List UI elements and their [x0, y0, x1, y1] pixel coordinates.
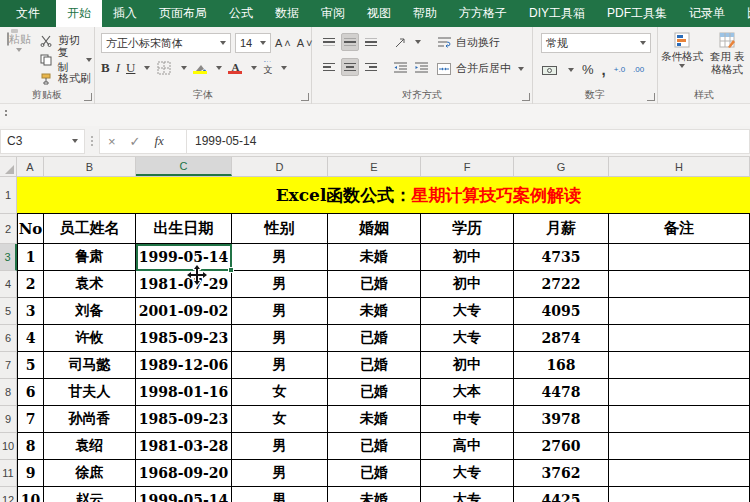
cell[interactable]: 大本 — [421, 379, 514, 406]
cell[interactable]: 男 — [232, 460, 328, 487]
cell[interactable]: 1985-09-23 — [136, 325, 232, 352]
row-header-10[interactable]: 10 — [0, 433, 17, 460]
cell[interactable] — [609, 271, 750, 298]
cell[interactable]: 1999-05-14 — [136, 244, 232, 271]
cell[interactable]: 初中 — [421, 271, 514, 298]
tab-数据[interactable]: 数据 — [264, 0, 310, 27]
cell[interactable]: 男 — [232, 325, 328, 352]
paste-button[interactable]: 粘贴 — [4, 32, 34, 52]
cell[interactable] — [609, 352, 750, 379]
grow-font-button[interactable]: A˄ — [275, 37, 293, 49]
cell[interactable]: 袁绍 — [44, 433, 136, 460]
cell[interactable]: 1989-12-06 — [136, 352, 232, 379]
column-header-F[interactable]: F — [421, 157, 514, 176]
cell[interactable]: 1968-09-20 — [136, 460, 232, 487]
cell[interactable]: 男 — [232, 352, 328, 379]
cell[interactable]: 大专 — [421, 460, 514, 487]
font-dialog-launcher[interactable] — [301, 93, 309, 101]
alignment-dialog-launcher[interactable] — [522, 93, 530, 101]
tab-页面布局[interactable]: 页面布局 — [148, 0, 218, 27]
cell[interactable]: 已婚 — [328, 379, 421, 406]
cell[interactable]: 男 — [232, 487, 328, 502]
table-header-cell[interactable]: 出生日期 — [136, 214, 232, 244]
column-header-D[interactable]: D — [232, 157, 328, 176]
cell[interactable]: 3 — [17, 298, 44, 325]
cell[interactable]: 大专 — [421, 325, 514, 352]
font-size-combo[interactable]: 14 — [235, 33, 271, 53]
conditional-formatting-button[interactable]: 条件格式 — [660, 32, 704, 68]
borders-button[interactable] — [156, 60, 172, 76]
cell[interactable]: 1998-01-16 — [136, 379, 232, 406]
row-header-12[interactable]: 12 — [0, 487, 17, 502]
select-all-corner[interactable] — [0, 157, 17, 176]
tab-DIY工具箱[interactable]: DIY工具箱 — [518, 0, 596, 27]
cell[interactable]: 男 — [232, 298, 328, 325]
italic-button[interactable]: I — [116, 60, 120, 76]
cell[interactable]: 鲁肃 — [44, 244, 136, 271]
row-header-4[interactable]: 4 — [0, 271, 17, 298]
number-dialog-launcher[interactable] — [647, 93, 655, 101]
table-header-cell[interactable]: No — [17, 214, 44, 244]
cell[interactable]: 已婚 — [328, 433, 421, 460]
align-top-button[interactable] — [320, 33, 338, 51]
row-header-7[interactable]: 7 — [0, 352, 17, 379]
fill-color-button[interactable] — [193, 63, 207, 74]
banner-title-cell[interactable]: Excel函数公式：星期计算技巧案例解读 — [17, 177, 750, 214]
cell[interactable]: 1985-09-23 — [136, 406, 232, 433]
cell[interactable] — [609, 325, 750, 352]
cell[interactable]: 未婚 — [328, 487, 421, 502]
cell[interactable]: 未婚 — [328, 244, 421, 271]
cell[interactable]: 许攸 — [44, 325, 136, 352]
table-header-cell[interactable]: 学历 — [421, 214, 514, 244]
cell[interactable]: 4095 — [514, 298, 609, 325]
cell[interactable]: 1 — [17, 244, 44, 271]
copy-button[interactable]: 复制 — [36, 50, 94, 69]
underline-button[interactable]: U — [126, 60, 135, 76]
cell[interactable]: 3978 — [514, 406, 609, 433]
cell[interactable]: 4478 — [514, 379, 609, 406]
cell[interactable]: 中专 — [421, 406, 514, 433]
align-middle-button[interactable] — [341, 33, 359, 51]
cell[interactable]: 168 — [514, 352, 609, 379]
column-header-E[interactable]: E — [328, 157, 421, 176]
cell[interactable]: 赵云 — [44, 487, 136, 502]
cell[interactable] — [609, 379, 750, 406]
cell[interactable]: 2 — [17, 271, 44, 298]
cell[interactable]: 刘备 — [44, 298, 136, 325]
row-header-5[interactable]: 5 — [0, 298, 17, 325]
percent-style-button[interactable]: % — [582, 62, 594, 77]
cell[interactable]: 4425 — [514, 487, 609, 502]
cell[interactable]: 未婚 — [328, 406, 421, 433]
cell[interactable]: 1981-03-28 — [136, 433, 232, 460]
cell[interactable]: 6 — [17, 379, 44, 406]
cell[interactable] — [609, 244, 750, 271]
confirm-entry-icon[interactable]: ✓ — [130, 134, 141, 149]
insert-function-icon[interactable]: fx — [155, 133, 164, 149]
align-bottom-button[interactable] — [362, 33, 380, 51]
cell[interactable]: 3762 — [514, 460, 609, 487]
table-header-cell[interactable]: 性别 — [232, 214, 328, 244]
row-header-1[interactable]: 1 — [0, 177, 17, 214]
phonetic-guide-button[interactable]: ˇˊˋ 文 — [263, 61, 272, 75]
cell[interactable]: 大专 — [421, 298, 514, 325]
tab-视图[interactable]: 视图 — [356, 0, 402, 27]
cancel-entry-icon[interactable]: × — [108, 134, 116, 149]
tab-帮助[interactable]: 帮助 — [402, 0, 448, 27]
orientation-button[interactable] — [391, 33, 409, 51]
tab-方方格子[interactable]: 方方格子 — [448, 0, 518, 27]
bold-button[interactable]: B — [101, 60, 110, 76]
format-as-table-button[interactable]: 套用 表格格式 — [705, 32, 749, 75]
cell[interactable]: 1999-05-14 — [136, 487, 232, 502]
tab-公式[interactable]: 公式 — [218, 0, 264, 27]
cell[interactable]: 9 — [17, 460, 44, 487]
font-name-combo[interactable]: 方正小标宋简体 — [101, 33, 231, 53]
align-left-button[interactable] — [320, 58, 338, 76]
cell[interactable]: 1981-07-29 — [136, 271, 232, 298]
cell[interactable]: 4 — [17, 325, 44, 352]
merge-center-button[interactable]: 合并后居中 — [434, 59, 526, 78]
cell[interactable]: 女 — [232, 379, 328, 406]
cell[interactable]: 男 — [232, 433, 328, 460]
tab-比较和合并[interactable]: 比较和合并 — [736, 0, 750, 27]
cell[interactable] — [609, 433, 750, 460]
cell[interactable]: 已婚 — [328, 352, 421, 379]
